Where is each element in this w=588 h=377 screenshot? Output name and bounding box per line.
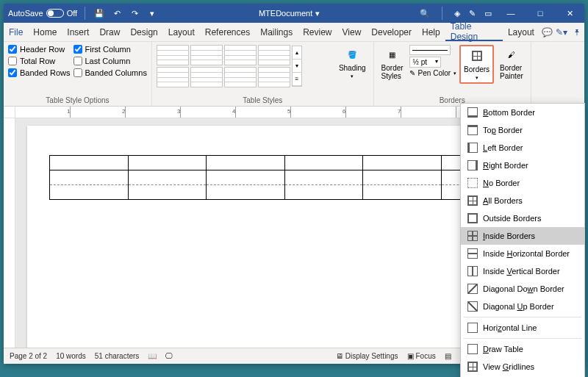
pen-color-button[interactable]: ✎Pen Color ▾ xyxy=(409,69,456,77)
bi-inv-icon xyxy=(467,265,478,277)
pen-width-combo[interactable]: ½ pt xyxy=(409,57,441,68)
menu-label: All Borders xyxy=(483,196,523,205)
mi-bottom-border[interactable]: Bottom Border xyxy=(461,104,584,121)
tab-table-design[interactable]: Table Design xyxy=(445,23,503,41)
accessibility-icon[interactable]: 🖵 xyxy=(165,352,173,360)
brush-icon[interactable]: ✎ xyxy=(469,9,476,18)
border-styles-button[interactable]: ▦ Border Styles xyxy=(379,45,406,82)
table-styles-gallery[interactable]: ▴▾≡ xyxy=(157,45,333,87)
menu-label: No Border xyxy=(483,179,520,187)
gallery-scroll[interactable]: ▴▾≡ xyxy=(292,46,302,87)
tab-file[interactable]: File xyxy=(4,23,28,41)
chk-total-row[interactable]: Total Row xyxy=(8,57,71,65)
mi-all-borders[interactable]: All Borders xyxy=(461,192,584,209)
ribbon-tabs: File Home Insert Draw Design Layout Refe… xyxy=(4,23,584,42)
menu-label: Horizontal Line xyxy=(483,323,537,332)
minimize-button[interactable]: ― xyxy=(501,4,521,23)
shading-button[interactable]: 🪣 Shading ▾ xyxy=(336,45,369,81)
chk-first-col[interactable]: First Column xyxy=(74,45,147,54)
display-settings[interactable]: 🖥 Display Settings xyxy=(336,352,398,360)
mi-outside-borders[interactable]: Outside Borders xyxy=(461,209,584,227)
borders-icon xyxy=(469,48,485,64)
menu-label: View Gridlines xyxy=(483,362,534,371)
menu-label: Draw Table xyxy=(483,345,523,353)
spellcheck-icon[interactable]: 📖 xyxy=(148,352,157,360)
mi-right-border[interactable]: Right Border xyxy=(461,157,584,174)
save-icon[interactable]: 💾 xyxy=(94,8,104,18)
mi-view-gridlines[interactable]: View Gridlines xyxy=(461,358,584,376)
quick-access-toolbar: 💾 ↶ ↷ ▾ xyxy=(88,8,163,18)
tab-insert[interactable]: Insert xyxy=(62,23,94,41)
chk-last-col[interactable]: Last Column xyxy=(74,57,147,65)
mi-diagonal-down-border[interactable]: Diagonal Down Border xyxy=(461,280,584,298)
undo-icon[interactable]: ↶ xyxy=(112,8,122,18)
read-mode-icon[interactable]: ▤ xyxy=(445,352,451,360)
mi-top-border[interactable]: Top Border xyxy=(461,121,584,139)
tab-draw[interactable]: Draw xyxy=(94,23,125,41)
bi-no-icon xyxy=(467,177,478,189)
mi-inside-vertical-border[interactable]: Inside Vertical Border xyxy=(461,262,584,280)
chk-banded-cols[interactable]: Banded Columns xyxy=(74,68,147,77)
chevron-down-icon: ▾ xyxy=(315,9,320,18)
bi-inh-icon xyxy=(467,248,478,259)
menu-label: Inside Vertical Border xyxy=(483,267,560,276)
menu-icon xyxy=(467,343,478,355)
word-count[interactable]: 10 words xyxy=(56,352,86,360)
bi-all-icon xyxy=(467,361,478,373)
chk-banded-rows[interactable]: Banded Rows xyxy=(8,68,71,77)
bi-out-icon xyxy=(467,212,478,224)
close-button[interactable]: ✕ xyxy=(559,4,580,23)
menu-label: Diagonal Down Border xyxy=(483,284,564,293)
tab-help[interactable]: Help xyxy=(417,23,445,41)
page-count[interactable]: Page 2 of 2 xyxy=(10,352,47,360)
bi-all-icon xyxy=(467,195,478,207)
painter-icon: 🖌 xyxy=(503,46,520,62)
toggle-icon xyxy=(46,9,64,18)
mi-inside-horizontal-border[interactable]: Inside Horizontal Border xyxy=(461,245,584,262)
tab-references[interactable]: References xyxy=(200,23,255,41)
chk-header-row[interactable]: Header Row xyxy=(8,45,71,54)
tab-table-layout[interactable]: Layout xyxy=(503,23,539,41)
tab-design[interactable]: Design xyxy=(125,23,162,41)
document-table[interactable] xyxy=(49,155,520,200)
mi-draw-table[interactable]: Draw Table xyxy=(461,340,584,358)
redo-icon[interactable]: ↷ xyxy=(129,8,140,18)
borders-button[interactable]: Borders ▾ xyxy=(459,45,494,84)
tab-layout[interactable]: Layout xyxy=(163,23,200,41)
menu-label: Bottom Border xyxy=(483,108,535,117)
mi-left-border[interactable]: Left Border xyxy=(461,139,584,157)
chevron-down-icon: ▾ xyxy=(351,73,354,79)
tab-view[interactable]: View xyxy=(337,23,367,41)
tab-mailings[interactable]: Mailings xyxy=(255,23,298,41)
bi-bottom-icon xyxy=(467,107,478,118)
qat-more-icon[interactable]: ▾ xyxy=(147,8,157,18)
mi-diagonal-up-border[interactable]: Diagonal Up Border xyxy=(461,298,584,315)
bi-top-icon xyxy=(467,124,478,136)
mi-no-border[interactable]: No Border xyxy=(461,174,584,192)
focus-mode[interactable]: ▣ Focus xyxy=(407,352,436,360)
share-icon[interactable]: 🖈 xyxy=(570,24,584,40)
document-title[interactable]: MTEDocument ▾ xyxy=(163,9,415,18)
shading-icon: 🪣 xyxy=(344,46,360,62)
window-icon[interactable]: ▭ xyxy=(484,9,492,18)
search-icon[interactable]: 🔍 xyxy=(420,9,430,18)
vertical-ruler[interactable] xyxy=(4,118,15,348)
maximize-button[interactable]: □ xyxy=(530,4,551,23)
diamond-icon[interactable]: ◈ xyxy=(454,9,460,18)
line-style-combo[interactable] xyxy=(409,45,451,55)
edit-icon[interactable]: ✎▾ xyxy=(554,24,569,40)
char-count[interactable]: 51 characters xyxy=(95,352,140,360)
menu-label: Inside Horizontal Border xyxy=(483,249,570,258)
tab-developer[interactable]: Developer xyxy=(366,23,417,41)
border-painter-button[interactable]: 🖌 Border Painter xyxy=(497,45,526,82)
autosave-toggle[interactable]: AutoSave Off xyxy=(4,9,82,18)
mi-inside-borders[interactable]: Inside Borders xyxy=(461,227,584,245)
bi-right-icon xyxy=(467,159,478,171)
border-styles-icon: ▦ xyxy=(384,46,401,62)
mi-horizontal-line[interactable]: Horizontal Line xyxy=(461,319,584,337)
group-style-options: Header Row Total Row Banded Rows First C… xyxy=(4,42,152,106)
tab-home[interactable]: Home xyxy=(28,23,62,41)
tab-review[interactable]: Review xyxy=(298,23,337,41)
menu-label: Outside Borders xyxy=(483,214,541,223)
comments-icon[interactable]: 💬 xyxy=(539,24,554,40)
